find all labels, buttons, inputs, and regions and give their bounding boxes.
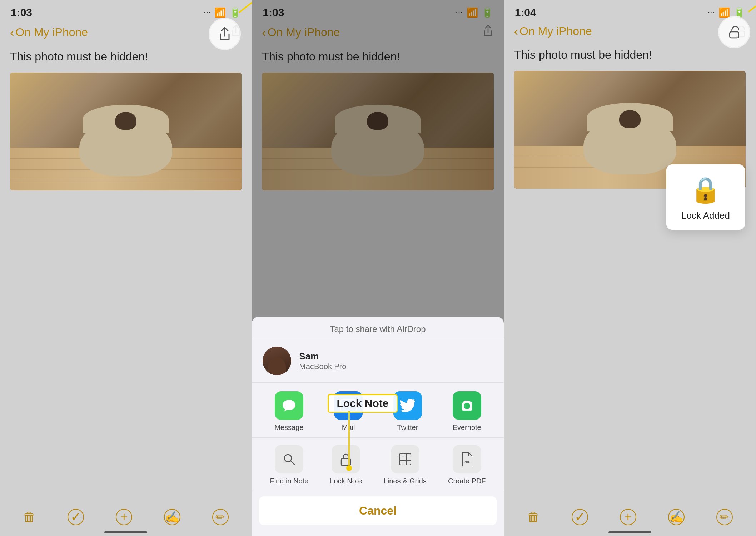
- twitter-label: Twitter: [397, 423, 418, 432]
- edit-icon-left[interactable]: ✏: [212, 509, 229, 525]
- evernote-icon-img: [453, 391, 481, 420]
- lock-icon-popup: 🔒: [690, 175, 721, 204]
- photo-bg-left: [10, 73, 242, 190]
- back-label-right: On My iPhone: [519, 25, 592, 38]
- message-label: Message: [274, 423, 303, 432]
- contact-device: MacBook Pro: [299, 362, 346, 371]
- unlock-icon-circle: [728, 26, 740, 39]
- trash-icon-right[interactable]: 🗑: [527, 510, 540, 525]
- annotation-arrow-mid: [313, 407, 385, 472]
- svg-line-4: [291, 461, 294, 465]
- compose-icon-right[interactable]: ✍: [668, 509, 685, 525]
- dots-icon: ···: [204, 9, 211, 16]
- find-in-note-label: Find in Note: [270, 477, 308, 485]
- svg-rect-6: [399, 453, 411, 465]
- svg-line-17: [748, 0, 756, 12]
- lock-added-popup: 🔒 Lock Added: [666, 164, 745, 230]
- lines-grids-icon: [391, 445, 419, 473]
- find-in-note-icon: [275, 445, 303, 473]
- back-label-left: On My iPhone: [15, 26, 88, 39]
- airdrop-header: Tap to share with AirDrop: [252, 317, 503, 339]
- airdrop-contact[interactable]: Sam MacBook Pro: [252, 339, 503, 383]
- evernote-label: Evernote: [453, 423, 481, 432]
- left-panel: 1:03 ··· 📶 🔋 ‹ On My iPhone This photo m…: [0, 0, 252, 536]
- annotation-arrow-right: [729, 0, 756, 23]
- note-title-left: This photo must be hidden!: [10, 50, 242, 63]
- create-pdf-label: Create PDF: [448, 477, 486, 485]
- annotation-share-left: [209, 18, 244, 54]
- action-create-pdf[interactable]: PDF Create PDF: [448, 445, 486, 485]
- pdf-svg: PDF: [461, 452, 473, 467]
- action-lines-grids[interactable]: Lines & Grids: [384, 445, 427, 485]
- cancel-button[interactable]: Cancel: [259, 496, 496, 525]
- svg-text:PDF: PDF: [464, 460, 471, 464]
- bottom-toolbar-right: 🗑 ✓ + ✍ ✏: [504, 509, 756, 525]
- lines-grids-label: Lines & Grids: [384, 477, 427, 485]
- cat-bed-right: [583, 103, 676, 174]
- app-evernote[interactable]: Evernote: [453, 391, 481, 432]
- search-svg: [283, 453, 295, 466]
- back-button-left[interactable]: ‹ On My iPhone: [10, 25, 88, 39]
- note-title-right: This photo must be hidden!: [514, 48, 746, 61]
- check-icon-left[interactable]: ✓: [68, 509, 84, 525]
- evernote-svg: [459, 398, 475, 413]
- time-left: 1:03: [11, 6, 32, 19]
- lock-added-label: Lock Added: [681, 210, 730, 221]
- svg-point-3: [284, 455, 292, 462]
- contact-info: Sam MacBook Pro: [299, 351, 346, 371]
- contact-avatar: [263, 347, 291, 375]
- home-indicator-left: [104, 531, 147, 533]
- compose-icon-left[interactable]: ✍: [164, 509, 180, 525]
- plus-icon-right[interactable]: +: [620, 509, 636, 525]
- back-button-right[interactable]: ‹ On My iPhone: [514, 24, 592, 38]
- message-svg: [281, 398, 297, 413]
- edit-icon-right[interactable]: ✏: [716, 509, 733, 525]
- middle-panel: 1:03 ··· 📶 🔋 ‹ On My iPhone This photo m…: [252, 0, 504, 536]
- share-icon-circle: [218, 26, 232, 41]
- action-find-in-note[interactable]: Find in Note: [270, 445, 308, 485]
- home-indicator-right: [608, 531, 651, 533]
- message-icon: [275, 391, 303, 420]
- create-pdf-icon: PDF: [453, 445, 481, 473]
- chevron-right-back-icon: ‹: [514, 24, 518, 38]
- twitter-svg: [399, 398, 416, 413]
- app-message[interactable]: Message: [274, 391, 303, 432]
- time-right: 1:04: [515, 6, 536, 19]
- dots-icon-right: ···: [708, 9, 715, 16]
- cat-bed-left: [79, 105, 172, 176]
- check-icon-right[interactable]: ✓: [572, 509, 588, 525]
- lock-note-label: Lock Note: [330, 477, 362, 485]
- plus-icon-left[interactable]: +: [116, 509, 132, 525]
- grid-svg: [399, 453, 412, 466]
- contact-name: Sam: [299, 351, 346, 362]
- chevron-left-icon: ‹: [10, 25, 14, 39]
- svg-rect-15: [730, 32, 738, 38]
- trash-icon-left[interactable]: 🗑: [23, 510, 36, 525]
- app-twitter[interactable]: Twitter: [393, 391, 422, 432]
- svg-point-12: [346, 465, 352, 471]
- right-panel: 1:04 ··· 📶 🔋 ‹ On My iPhone This photo m…: [504, 0, 756, 536]
- annotation-unlock-right: [716, 14, 752, 50]
- twitter-icon-img: [393, 391, 422, 420]
- photo-left: [10, 73, 242, 190]
- bottom-toolbar-left: 🗑 ✓ + ✍ ✏: [0, 509, 252, 525]
